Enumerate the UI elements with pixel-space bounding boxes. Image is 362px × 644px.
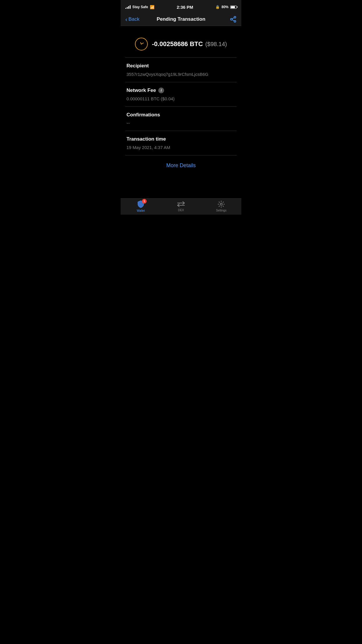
network-fee-section: Network Fee i 0.00000111 BTC ($0.04): [121, 82, 241, 106]
back-chevron-icon: ‹: [125, 16, 127, 22]
tab-settings[interactable]: Settings: [201, 200, 241, 212]
more-details-button[interactable]: More Details: [166, 162, 196, 169]
wallet-tab-icon-wrapper: 1: [137, 200, 145, 208]
wifi-icon: 📶: [150, 5, 154, 9]
settings-tab-icon-wrapper: [217, 200, 225, 208]
carrier-label: Stay Safe: [132, 5, 148, 9]
battery-icon: [230, 6, 237, 9]
back-button[interactable]: ‹ Back: [125, 16, 149, 22]
transaction-header: -0.00258686 BTC ($98.14): [121, 32, 241, 57]
recipient-label: Recipient: [126, 63, 236, 69]
status-left: Stay Safe 📶: [125, 5, 154, 9]
dex-tab-label: DEX: [178, 209, 184, 212]
clock-label: 2:36 PM: [177, 5, 193, 10]
status-bar: Stay Safe 📶 2:36 PM 🔒 80%: [121, 0, 241, 13]
settings-tab-label: Settings: [216, 209, 226, 212]
recipient-section: Recipient 3557r1zwQvysXqoq7g19L9rCfsmLjc…: [121, 58, 241, 82]
usd-amount: ($98.14): [205, 41, 227, 48]
info-icon[interactable]: i: [158, 88, 164, 93]
wallet-badge: 1: [142, 199, 147, 204]
share-icon: [230, 16, 237, 23]
dex-icon: [177, 201, 185, 208]
network-fee-label: Network Fee: [126, 88, 156, 93]
back-label: Back: [129, 16, 140, 22]
main-content: -0.00258686 BTC ($98.14) Recipient 3557r…: [121, 26, 241, 196]
signal-icon: [125, 5, 131, 9]
pending-clock-icon: [135, 38, 148, 50]
transaction-time-section: Transaction time 19 May 2021, 4:37 AM: [121, 131, 241, 155]
wallet-tab-label: Wallet: [137, 209, 145, 212]
dex-tab-icon-wrapper: [177, 201, 185, 208]
more-details-section: More Details: [121, 155, 241, 176]
confirmations-label: Confirmations: [126, 112, 236, 118]
tab-bar: 1 Wallet DEX Settings: [121, 198, 241, 215]
lock-icon: 🔒: [215, 5, 220, 9]
transaction-amount-group: -0.00258686 BTC ($98.14): [152, 40, 227, 48]
share-button[interactable]: [213, 16, 237, 23]
btc-amount: -0.00258686 BTC: [152, 40, 203, 48]
battery-percent: 80%: [222, 5, 229, 9]
settings-icon: [217, 200, 225, 208]
status-right: 🔒 80%: [215, 5, 237, 9]
transaction-time-value: 19 May 2021, 4:37 AM: [126, 144, 236, 150]
tab-wallet[interactable]: 1 Wallet: [121, 200, 161, 212]
transaction-time-label: Transaction time: [126, 136, 236, 142]
confirmations-value: --: [126, 120, 236, 126]
network-fee-label-row: Network Fee i: [126, 88, 236, 93]
tab-dex[interactable]: DEX: [161, 201, 201, 212]
network-fee-value: 0.00000111 BTC ($0.04): [126, 96, 236, 102]
nav-bar: ‹ Back Pending Transaction: [121, 13, 241, 26]
page-title: Pending Transaction: [149, 16, 213, 22]
confirmations-section: Confirmations --: [121, 107, 241, 131]
recipient-address: 3557r1zwQvysXqoq7g19L9rCfsmLjcsB6G: [126, 71, 236, 77]
svg-point-2: [220, 203, 222, 205]
